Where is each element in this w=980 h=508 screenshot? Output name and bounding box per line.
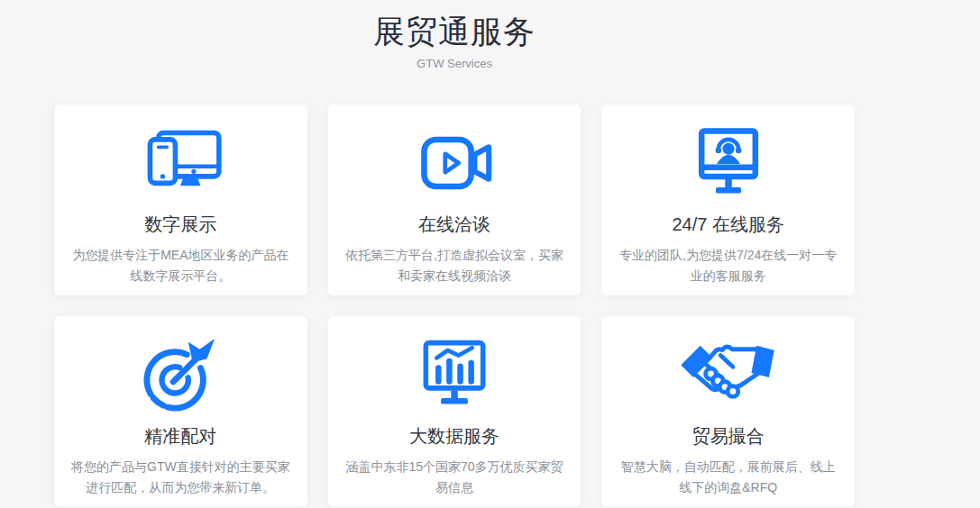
card-description: 智慧大脑，自动匹配，展前展后、线上线下的询盘&RFQ bbox=[601, 457, 855, 498]
card-description: 专业的团队,为您提供7/24在线一对一专业的客服服务 bbox=[601, 245, 855, 286]
card-title: 在线洽谈 bbox=[328, 213, 582, 237]
card-title: 数字展示 bbox=[54, 213, 307, 237]
section-header: 展贸通服务 GTW Services bbox=[54, 0, 855, 70]
video-camera-icon bbox=[328, 126, 582, 200]
service-card-online-service: 24/7 在线服务 专业的团队,为您提供7/24在线一对一专业的客服服务 bbox=[601, 104, 855, 295]
services-section: 展贸通服务 GTW Services 数字展示 为您提供专注于MEA地区业务的产… bbox=[54, 0, 855, 507]
service-card-digital-display: 数字展示 为您提供专注于MEA地区业务的产品在线数字展示平台。 bbox=[54, 104, 307, 295]
card-title: 24/7 在线服务 bbox=[601, 213, 855, 237]
service-card-online-negotiation: 在线洽谈 依托第三方平台,打造虚拟会议室，买家和卖家在线视频洽谈 bbox=[328, 104, 582, 295]
handshake-icon bbox=[601, 338, 855, 412]
page-title: 展贸通服务 bbox=[54, 11, 855, 53]
services-grid: 数字展示 为您提供专注于MEA地区业务的产品在线数字展示平台。 在线洽谈 依托第… bbox=[54, 104, 855, 507]
service-card-trade-matchmaking: 贸易撮合 智慧大脑，自动匹配，展前展后、线上线下的询盘&RFQ bbox=[601, 316, 855, 507]
card-description: 将您的产品与GTW直接针对的主要买家进行匹配，从而为您带来新订单。 bbox=[54, 457, 307, 498]
card-description: 为您提供专注于MEA地区业务的产品在线数字展示平台。 bbox=[54, 245, 307, 286]
service-card-big-data: 大数据服务 涵盖中东非15个国家70多万优质买家贸易信息 bbox=[328, 316, 582, 507]
service-card-precise-matching: 精准配对 将您的产品与GTW直接针对的主要买家进行匹配，从而为您带来新订单。 bbox=[54, 316, 307, 507]
card-description: 依托第三方平台,打造虚拟会议室，买家和卖家在线视频洽谈 bbox=[328, 245, 582, 286]
card-title: 大数据服务 bbox=[328, 424, 582, 449]
card-title: 精准配对 bbox=[54, 424, 307, 449]
card-description: 涵盖中东非15个国家70多万优质买家贸易信息 bbox=[328, 457, 582, 498]
page-subtitle: GTW Services bbox=[54, 57, 855, 70]
support-agent-monitor-icon bbox=[601, 126, 855, 200]
devices-icon bbox=[54, 126, 307, 200]
target-arrow-icon bbox=[54, 338, 307, 412]
card-title: 贸易撮合 bbox=[601, 424, 855, 449]
bar-chart-monitor-icon bbox=[328, 338, 582, 412]
